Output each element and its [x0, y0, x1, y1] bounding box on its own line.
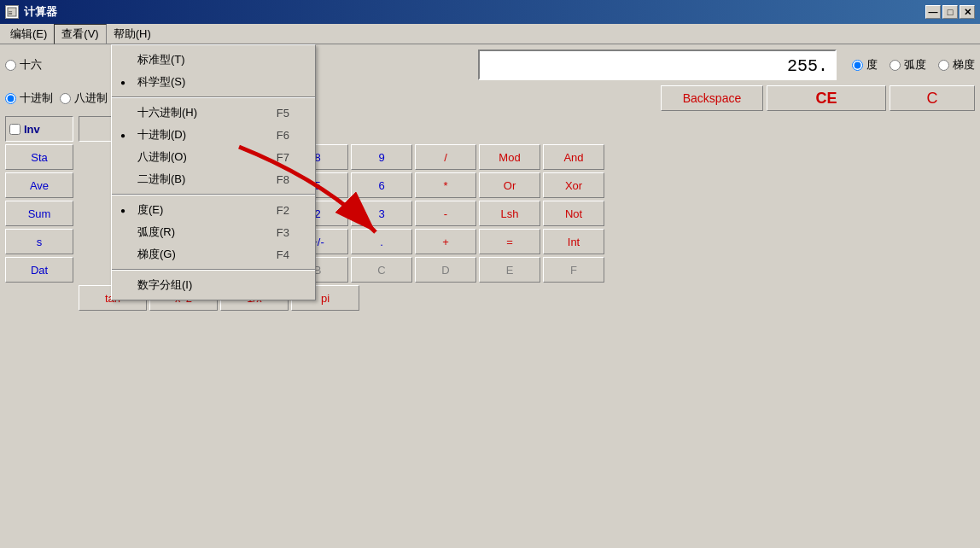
menu-grouping[interactable]: 数字分组(I)	[112, 274, 315, 296]
radio-degrees-label: 度	[866, 57, 878, 73]
backspace-button[interactable]: Backspace	[661, 85, 763, 111]
radio-degrees[interactable]	[852, 60, 863, 71]
radio-hex[interactable]	[5, 60, 16, 71]
hex-e[interactable]: E	[479, 257, 540, 283]
app-icon: ≡	[5, 5, 19, 19]
menu-decimal[interactable]: 十进制(D) F6	[112, 124, 315, 146]
op-mod[interactable]: Mod	[479, 144, 540, 170]
op-and[interactable]: And	[543, 144, 604, 170]
menu-standard[interactable]: 标准型(T)	[112, 49, 315, 71]
op-add[interactable]: +	[415, 229, 476, 254]
radio-octal[interactable]	[60, 93, 71, 104]
divider-1	[112, 96, 315, 98]
sta-button[interactable]: Sta	[5, 144, 73, 170]
ave-button[interactable]: Ave	[5, 172, 73, 198]
hex-c[interactable]: C	[351, 257, 412, 283]
radio-gradians[interactable]	[938, 60, 949, 71]
close-button[interactable]: ✕	[960, 5, 975, 19]
menu-edit[interactable]: 编辑(E)	[3, 25, 54, 44]
window-title: 计算器	[24, 4, 57, 20]
op-not[interactable]: Not	[543, 201, 604, 226]
num-9[interactable]: 9	[351, 144, 412, 170]
hex-f[interactable]: F	[543, 257, 604, 283]
minimize-button[interactable]: —	[925, 5, 941, 19]
radio-decimal[interactable]	[5, 93, 16, 104]
menu-scientific[interactable]: 科学型(S)	[112, 71, 315, 93]
menu-radians[interactable]: 弧度(R) F3	[112, 221, 315, 243]
inv-label: Inv	[24, 123, 40, 136]
radio-radians[interactable]	[890, 60, 901, 71]
radio-hex-label: 十六	[20, 57, 42, 73]
view-dropdown: 标准型(T) 科学型(S) 十六进制(H) F5 十进制(D) F6 八进制(O…	[111, 44, 316, 300]
restore-button[interactable]: □	[942, 5, 958, 19]
hex-d[interactable]: D	[415, 257, 476, 283]
op-dot[interactable]: .	[351, 229, 412, 254]
op-lsh[interactable]: Lsh	[479, 201, 540, 226]
menu-bar: 编辑(E) 查看(V) 帮助(H) 标准型(T) 科学型(S) 十六进制(H) …	[0, 24, 980, 44]
radio-decimal-label: 十进制	[20, 90, 53, 106]
menu-binary[interactable]: 二进制(B) F8	[112, 168, 315, 190]
svg-text:≡: ≡	[9, 9, 13, 17]
radio-radians-label: 弧度	[904, 57, 926, 73]
op-xor[interactable]: Xor	[543, 172, 604, 198]
op-mul[interactable]: *	[415, 172, 476, 198]
inv-checkbox[interactable]	[9, 124, 20, 135]
s-button[interactable]: s	[5, 229, 73, 254]
num-6[interactable]: 6	[351, 172, 412, 198]
op-sub[interactable]: -	[415, 201, 476, 226]
divider-2	[112, 194, 315, 195]
sum-button[interactable]: Sum	[5, 201, 73, 226]
calculator-display: 255.	[478, 50, 837, 80]
radio-octal-label: 八进制	[74, 90, 108, 106]
dat-button[interactable]: Dat	[5, 257, 73, 283]
menu-hex[interactable]: 十六进制(H) F5	[112, 102, 315, 124]
menu-gradians[interactable]: 梯度(G) F4	[112, 243, 315, 265]
op-equals[interactable]: =	[479, 229, 540, 254]
menu-help[interactable]: 帮助(H)	[107, 25, 158, 44]
menu-octal[interactable]: 八进制(O) F7	[112, 146, 315, 168]
menu-view[interactable]: 查看(V)	[54, 24, 106, 44]
title-bar: ≡ 计算器 — □ ✕	[0, 0, 980, 24]
op-or[interactable]: Or	[479, 172, 540, 198]
divider-3	[112, 269, 315, 271]
op-int[interactable]: Int	[543, 229, 604, 254]
c-button[interactable]: C	[890, 85, 975, 111]
ce-button[interactable]: CE	[767, 85, 886, 111]
num-3[interactable]: 3	[351, 201, 412, 226]
op-div[interactable]: /	[415, 144, 476, 170]
radio-gradians-label: 梯度	[953, 57, 975, 73]
window-controls: — □ ✕	[925, 5, 975, 19]
menu-degrees[interactable]: 度(E) F2	[112, 199, 315, 221]
